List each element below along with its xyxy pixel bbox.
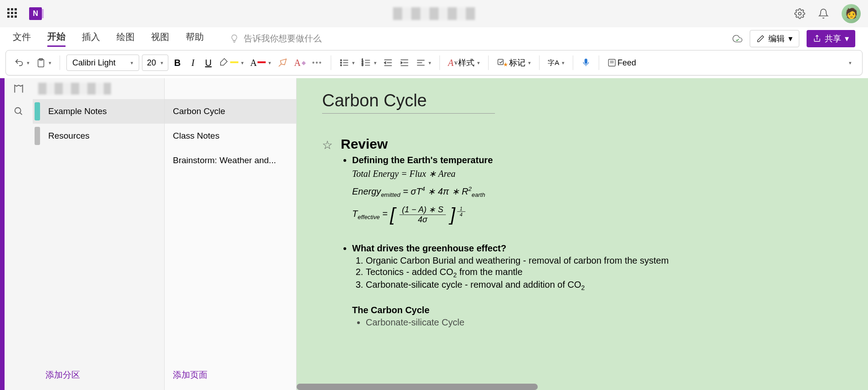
bullet-greenhouse-question: What drives the greenhouse effect? [352, 243, 843, 254]
page-item[interactable]: Brainstorm: Weather and... [165, 148, 296, 173]
font-family-select[interactable]: Calibri Light ▾ [66, 55, 139, 71]
collapse-ribbon-button[interactable]: ▾ [843, 55, 856, 71]
sync-status-icon[interactable] [732, 34, 742, 44]
feed-icon [607, 58, 616, 67]
dictate-button[interactable] [580, 55, 592, 71]
title-underline [322, 113, 495, 114]
page-canvas[interactable]: Carbon Cycle ☆ Review Defining the Earth… [297, 78, 868, 390]
formula-t-effective: Teffective = [ (1 − A) ∗ S4σ ]14 [352, 205, 843, 225]
clipboard-button[interactable]: ▾ [34, 55, 53, 71]
numbered-list-button[interactable]: 123 ▾ [359, 55, 378, 71]
page-title[interactable]: Carbon Cycle [322, 91, 495, 113]
svg-text:3: 3 [362, 63, 363, 66]
tab-insert[interactable]: 插入 [82, 31, 100, 46]
search-icon[interactable] [14, 99, 24, 124]
scrollbar-thumb[interactable] [297, 384, 538, 390]
horizontal-scrollbar[interactable] [297, 384, 868, 390]
font-size-value: 20 [147, 58, 156, 68]
font-family-value: Calibri Light [72, 58, 116, 68]
section-color-tab [35, 127, 40, 145]
svg-point-5 [340, 62, 342, 64]
title-bar: N 🧑 [0, 0, 868, 27]
svg-line-30 [20, 113, 22, 115]
tags-button[interactable]: ★ 标记 ▾ [495, 55, 533, 71]
app-launcher-icon[interactable] [7, 8, 18, 19]
lightbulb-icon [229, 34, 239, 44]
user-avatar[interactable]: 🧑 [842, 4, 861, 23]
feed-button[interactable]: Feed [606, 55, 638, 71]
notebooks-icon[interactable] [13, 78, 25, 99]
chevron-down-icon: ▾ [131, 60, 133, 66]
chevron-down-icon: ▾ [849, 60, 852, 66]
ol-item-1: Organic Carbon Burial and weathering - r… [366, 255, 843, 266]
bullet-carbonate-silicate: Carbonate-silicate Cycle [366, 317, 843, 328]
highlight-button[interactable]: ▾ [217, 55, 246, 71]
onenote-logo[interactable]: N [29, 7, 42, 20]
settings-icon[interactable] [794, 8, 805, 19]
add-section-button[interactable]: 添加分区 [33, 360, 164, 390]
chevron-down-icon: ▾ [528, 60, 531, 66]
nav-rail [5, 78, 33, 390]
font-color-button[interactable]: A ▾ [248, 55, 273, 71]
chevron-down-icon: ▾ [429, 60, 431, 66]
section-label: Resources [48, 131, 90, 141]
tab-draw[interactable]: 绘图 [116, 31, 135, 46]
editor-button[interactable]: 字A ▾ [546, 55, 566, 71]
svg-point-29 [15, 108, 21, 114]
share-label: 共享 [825, 33, 841, 44]
formula-total-energy: Total Energy = Flux ∗ Area [352, 168, 843, 179]
share-button[interactable]: 共享 ▾ [807, 30, 855, 47]
main-area: Example Notes Resources 添加分区 Carbon Cycl… [0, 78, 868, 390]
tab-file[interactable]: 文件 [13, 31, 31, 46]
bullet-list-button[interactable]: ▾ [338, 55, 357, 71]
styles-button[interactable]: Aν 样式 ▾ [446, 55, 482, 71]
chevron-down-icon: ▾ [49, 60, 51, 66]
ribbon-toolbar: ▾ ▾ Calibri Light ▾ 20 ▾ B I U ▾ A ▾ A ◆… [5, 50, 863, 75]
page-item[interactable]: Carbon Cycle [165, 99, 296, 124]
clear-formatting-button[interactable] [276, 55, 289, 71]
tags-label: 标记 [509, 57, 525, 68]
styles-label: 样式 [458, 57, 474, 68]
more-formatting-button[interactable]: ••• [310, 55, 324, 71]
section-item[interactable]: Resources [33, 124, 164, 148]
edit-label: 编辑 [768, 33, 785, 44]
pencil-icon [757, 35, 765, 43]
format-painter-button[interactable]: A ◆ [292, 55, 307, 71]
notifications-icon[interactable] [818, 8, 829, 19]
tab-help[interactable]: 帮助 [186, 31, 204, 46]
chevron-down-icon: ▾ [562, 60, 565, 66]
add-page-button[interactable]: 添加页面 [165, 360, 296, 390]
chevron-down-icon: ▾ [352, 60, 355, 66]
star-tag-icon[interactable]: ☆ [322, 138, 333, 152]
paragraph-align-button[interactable]: ▾ [414, 55, 433, 71]
chevron-down-icon: ▾ [477, 60, 480, 66]
ol-item-2: Tectonics - added CO2 from the mantle [366, 267, 843, 279]
chevron-down-icon: ▾ [374, 60, 377, 66]
bold-button[interactable]: B [171, 55, 184, 71]
chevron-down-icon: ▾ [845, 34, 849, 44]
italic-button[interactable]: I [187, 55, 199, 71]
svg-rect-24 [498, 60, 504, 65]
notebook-color-strip [0, 78, 5, 390]
chevron-down-icon: ▾ [161, 60, 163, 66]
formula-energy-emitted: Energyemitted = σT4 ∗ 4π ∗ R2earth [352, 185, 843, 198]
indent-button[interactable] [398, 55, 411, 71]
tell-me-placeholder: 告诉我你想要做什么 [244, 33, 322, 45]
svg-point-7 [340, 65, 342, 66]
outdent-button[interactable] [381, 55, 395, 71]
svg-point-0 [798, 12, 801, 15]
underline-button[interactable]: U [202, 55, 215, 71]
chevron-down-icon: ▾ [241, 60, 244, 66]
notebook-title-blurred[interactable] [33, 78, 164, 99]
tell-me-search[interactable]: 告诉我你想要做什么 [229, 33, 322, 45]
notebook-name-blurred [393, 7, 475, 20]
section-item[interactable]: Example Notes [33, 99, 164, 124]
edit-mode-button[interactable]: 编辑 ▾ [750, 30, 799, 47]
svg-rect-25 [585, 59, 587, 64]
tab-home[interactable]: 开始 [47, 30, 66, 47]
page-item[interactable]: Class Notes [165, 124, 296, 148]
menu-tabs: 文件 开始 插入 绘图 视图 帮助 告诉我你想要做什么 编辑 ▾ 共享 ▾ [0, 27, 868, 50]
tab-view[interactable]: 视图 [151, 31, 169, 46]
undo-button[interactable]: ▾ [12, 55, 31, 71]
font-size-select[interactable]: 20 ▾ [142, 55, 168, 71]
